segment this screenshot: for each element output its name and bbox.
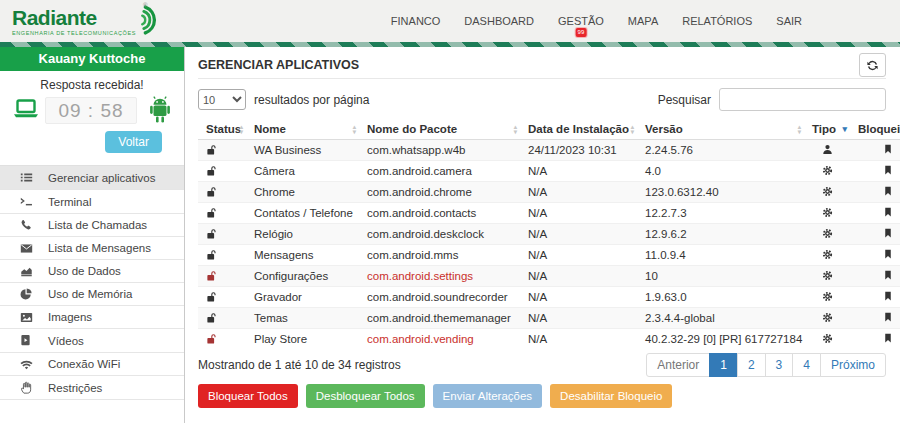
sidebar-item-restricoes[interactable]: Restrições [0, 376, 184, 400]
column-header-nome[interactable]: Nome▴▾ [246, 119, 359, 140]
install-date: N/A [520, 224, 637, 245]
app-name: WA Business [246, 140, 359, 161]
lock-open-icon[interactable] [206, 165, 238, 177]
table-row: Contatos / Telefonecom.android.contactsN… [198, 203, 900, 224]
package-name: com.android.soundrecorder [359, 287, 520, 308]
column-header-tipo[interactable]: Tipo▾ [804, 119, 850, 140]
bookmark-icon[interactable] [883, 290, 893, 302]
lock-open-icon[interactable] [206, 333, 238, 345]
lock-open-icon[interactable] [206, 291, 238, 303]
table-row: WA Businesscom.whatsapp.w4b24/11/2023 10… [198, 140, 900, 161]
page-title: GERENCIAR APLICATIVOS [198, 53, 886, 77]
column-header-versao[interactable]: Versão▴▾ [637, 119, 804, 140]
column-header-status[interactable]: Status▴▾ [198, 119, 246, 140]
sort-desc-icon: ▾ [842, 125, 847, 134]
sidebar-item-terminal[interactable]: Terminal [0, 190, 184, 214]
sort-icon: ▴▾ [798, 124, 801, 134]
install-date: N/A [520, 182, 637, 203]
list-icon [20, 171, 35, 184]
sidebar-item-lista-de-mensagens[interactable]: Lista de Mensagens [0, 237, 184, 260]
enviar-alteracoes-button[interactable]: Enviar Alterações [433, 384, 543, 408]
nav-item-gestao[interactable]: GESTÃO99 [558, 15, 604, 27]
phone-icon [20, 219, 35, 231]
lock-open-icon[interactable] [206, 144, 238, 156]
radiante-logo[interactable]: Radiante ENGENHARIA DE TELECOMUNICAÇÕES … [12, 7, 159, 36]
sidebar-item-uso-de-memoria[interactable]: Uso de Memória [0, 283, 184, 306]
pagination-prev[interactable]: Anterior [646, 353, 710, 377]
lock-open-icon[interactable] [206, 249, 238, 261]
bookmark-icon[interactable] [883, 206, 893, 218]
bookmark-icon[interactable] [883, 311, 893, 323]
nav-item-financo[interactable]: FINANCO [391, 15, 441, 27]
bookmark-icon[interactable] [883, 248, 893, 260]
lock-open-icon[interactable] [206, 312, 238, 324]
sidebar-item-label: Restrições [48, 382, 102, 394]
package-name: com.whatsapp.w4b [359, 140, 520, 161]
sidebar-item-conexao-wifi[interactable]: Conexão WiFi [0, 353, 184, 376]
package-name: com.android.chrome [359, 182, 520, 203]
gear-icon [822, 333, 833, 344]
nav-item-sair[interactable]: SAIR [776, 15, 802, 27]
bookmark-icon[interactable] [883, 332, 893, 344]
app-version: 123.0.6312.40 [637, 182, 804, 203]
sidebar-menu: Gerenciar aplicativosTerminalLista de Ch… [0, 165, 184, 400]
sidebar-item-label: Uso de Dados [48, 265, 121, 277]
app-version: 40.2.32-29 [0] [PR] 617727184 [637, 329, 804, 350]
wifi-icon [20, 359, 35, 370]
column-header-pacote[interactable]: Nome do Pacote▴▾ [359, 119, 520, 140]
nav-item-mapa[interactable]: MAPA [628, 15, 658, 27]
pagination-page-4[interactable]: 4 [792, 353, 821, 377]
bookmark-icon[interactable] [883, 164, 893, 176]
install-date: N/A [520, 266, 637, 287]
lock-open-icon[interactable] [206, 207, 238, 219]
install-date: N/A [520, 203, 637, 224]
install-date: N/A [520, 308, 637, 329]
gear-icon [822, 207, 833, 218]
notification-badge: 99 [576, 28, 587, 37]
column-header-data[interactable]: Data de Instalação▴▾ [520, 119, 637, 140]
bookmark-icon[interactable] [883, 185, 893, 197]
gear-icon [822, 186, 833, 197]
pagination-next[interactable]: Próximo [820, 353, 886, 377]
nav-item-relatorios[interactable]: RELATÓRIOS [682, 15, 752, 27]
bookmark-icon[interactable] [883, 227, 893, 239]
brand-name: Radiante [12, 7, 136, 29]
column-header-bloq[interactable]: Bloqueio por▴▾ [850, 119, 900, 140]
app-name: Chrome [246, 182, 359, 203]
bulk-actions: Bloquear TodosDesbloquear TodosEnviar Al… [198, 384, 886, 408]
bloquear-todos-button[interactable]: Bloquear Todos [198, 384, 298, 408]
pagination-page-2[interactable]: 2 [737, 353, 766, 377]
app-name: Câmera [246, 161, 359, 182]
table-row: Relógiocom.android.deskclockN/A12.9.6.2 [198, 224, 900, 245]
sidebar-item-videos[interactable]: Vídeos [0, 329, 184, 353]
sidebar-item-gerenciar-aplicativos[interactable]: Gerenciar aplicativos [0, 166, 184, 190]
search-input[interactable] [719, 88, 886, 111]
sidebar-item-lista-de-chamadas[interactable]: Lista de Chamadas [0, 214, 184, 237]
sort-icon: ▴▾ [353, 124, 356, 134]
gear-icon [822, 249, 833, 260]
main-panel: GERENCIAR APLICATIVOS 10 resultados por … [186, 47, 900, 423]
app-version: 12.2.7.3 [637, 203, 804, 224]
bookmark-icon[interactable] [883, 143, 893, 155]
refresh-button[interactable] [859, 53, 886, 77]
lock-open-icon[interactable] [206, 270, 238, 282]
lock-open-icon[interactable] [206, 228, 238, 240]
table-row: Play Storecom.android.vendingN/A40.2.32-… [198, 329, 900, 350]
desabilitar-bloqueio-button[interactable]: Desabilitar Bloqueio [550, 384, 672, 408]
sidebar-item-uso-de-dados[interactable]: Uso de Dados [0, 260, 184, 283]
sort-icon: ▴▾ [240, 124, 243, 134]
terminal-icon [20, 195, 35, 208]
envelope-icon [20, 243, 35, 254]
bookmark-icon[interactable] [883, 269, 893, 281]
desbloquear-todos-button[interactable]: Desbloquear Todos [306, 384, 425, 408]
pagination-page-1[interactable]: 1 [709, 353, 738, 377]
table-row: Gravadorcom.android.soundrecorderN/A1.9.… [198, 287, 900, 308]
page-size-select[interactable]: 10 [198, 89, 246, 110]
sidebar-item-imagens[interactable]: Imagens [0, 306, 184, 329]
nav-item-dashboard[interactable]: DASHBOARD [464, 15, 534, 27]
lock-open-icon[interactable] [206, 186, 238, 198]
app-version: 1.9.63.0 [637, 287, 804, 308]
install-date: N/A [520, 245, 637, 266]
pagination-page-3[interactable]: 3 [765, 353, 794, 377]
voltar-button[interactable]: Voltar [105, 131, 162, 153]
